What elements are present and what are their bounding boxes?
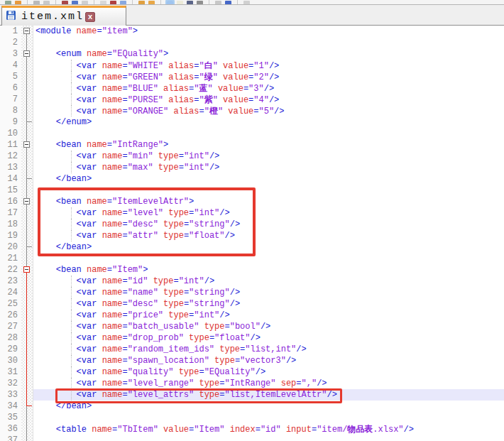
code-text[interactable] [33, 253, 504, 264]
fold-guide-line [26, 241, 27, 253]
toolbar-icon-fragment[interactable] [15, 1, 21, 4]
code-text[interactable]: <var name="id" type="int"/> [33, 276, 504, 287]
tab-close-button[interactable]: x [85, 12, 95, 22]
code-line: 29 <var name="random_item_ids" type="lis… [0, 344, 504, 355]
line-number: 10 [0, 128, 21, 139]
toolbar-icon-fragment[interactable] [72, 1, 78, 4]
line-number: 15 [0, 185, 21, 196]
code-text[interactable]: <var name="WHITE" alias="白" value="1"/> [33, 60, 504, 71]
code-text[interactable]: <bean name="Item"> [33, 264, 504, 276]
code-text[interactable]: </bean> [33, 173, 504, 185]
fold-collapse-icon[interactable] [23, 141, 30, 148]
code-text[interactable]: <var name="drop_prob" type="float"/> [33, 332, 504, 344]
code-text[interactable] [33, 412, 504, 423]
fold-guide-line-active [26, 378, 27, 389]
line-number: 23 [0, 276, 21, 287]
code-text[interactable]: <bean name="ItemLevelAttr"> [33, 196, 504, 207]
toolbar-icon-fragment[interactable] [33, 1, 40, 4]
toolbar-separator [27, 0, 28, 4]
code-line: 13 <var name="max" type="int"/> [0, 162, 504, 173]
toolbar-icon-fragment[interactable] [215, 1, 221, 4]
indent-guide [71, 378, 72, 389]
code-text[interactable]: <enum name="EQuality"> [33, 48, 504, 60]
code-text[interactable]: <var name="level_range" type="IntRange" … [33, 378, 504, 389]
toolbar-icon-fragment[interactable] [243, 1, 250, 4]
fold-end-tick [27, 178, 32, 179]
code-text[interactable]: </bean> [33, 401, 504, 412]
code-text[interactable]: </enum> [33, 116, 504, 128]
toolbar-icon-fragment[interactable] [187, 1, 193, 4]
toolbar-cutoff[interactable] [0, 0, 504, 5]
toolbar-icon-fragment[interactable] [148, 1, 155, 4]
toolbar-icon-fragment[interactable] [120, 1, 126, 4]
fold-margin [21, 26, 33, 37]
code-text[interactable]: <var name="GREEN" alias="绿" value="2"/> [33, 71, 504, 82]
code-line: 7 <var name="PURSE" alias="紫" value="4"/… [0, 94, 504, 105]
fold-guide-line-active [26, 389, 27, 401]
code-text[interactable]: <bean name="IntRange"> [33, 139, 504, 151]
fold-margin [21, 389, 33, 401]
fold-margin [21, 355, 33, 366]
toolbar-icon-fragment[interactable] [177, 1, 183, 4]
fold-collapse-icon[interactable] [23, 198, 30, 205]
code-text[interactable]: <var name="price" type="int"/> [33, 310, 504, 321]
fold-margin [21, 264, 33, 276]
toolbar-icon-fragment[interactable] [197, 1, 203, 4]
code-line: 3 <enum name="EQuality"> [0, 48, 504, 60]
fold-collapse-icon[interactable] [23, 50, 30, 57]
code-line: 25 <var name="desc" type="string"/> [0, 298, 504, 310]
code-text[interactable] [33, 185, 504, 196]
toolbar-icon-fragment[interactable] [43, 1, 50, 4]
fold-collapse-icon[interactable] [23, 266, 30, 273]
line-number: 11 [0, 139, 21, 151]
code-line: 8 <var name="ORANGE" alias="橙" value="5"… [0, 105, 504, 116]
code-text[interactable]: <var name="spawn_location" type="vector3… [33, 355, 504, 366]
line-number: 28 [0, 332, 21, 344]
line-number: 34 [0, 401, 21, 412]
toolbar-icon-fragment[interactable] [62, 1, 68, 4]
code-text[interactable] [33, 128, 504, 139]
fold-margin [21, 128, 33, 139]
toolbar-icon-fragment[interactable] [5, 1, 11, 4]
code-text[interactable]: <var name="min" type="int"/> [33, 151, 504, 162]
toolbar-icon-fragment[interactable] [167, 1, 173, 4]
code-text[interactable] [33, 37, 504, 48]
code-text[interactable]: <var name="level_attrs" type="list,ItemL… [33, 389, 504, 401]
code-text[interactable]: <var name="ORANGE" alias="橙" value="5"/> [33, 105, 504, 116]
fold-collapse-icon[interactable] [23, 28, 30, 34]
toolbar-icon-fragment[interactable] [100, 1, 106, 4]
fold-margin [21, 173, 33, 185]
indent-guide [71, 332, 72, 344]
fold-guide-line-active [26, 276, 27, 287]
code-text[interactable]: <table name="TbItem" value="Item" index=… [33, 423, 504, 435]
code-text[interactable]: <var name="random_item_ids" type="list,i… [33, 344, 504, 355]
code-line: 17 <var name="level" type="int"/> [0, 207, 504, 219]
toolbar-icon-fragment[interactable] [110, 1, 116, 4]
toolbar-icon-fragment[interactable] [225, 1, 231, 4]
code-text[interactable]: <var name="attr" type="float"/> [33, 230, 504, 241]
code-text[interactable]: <module name="item"> [33, 26, 504, 37]
code-text[interactable]: <var name="batch_usable" type="bool"/> [33, 321, 504, 332]
code-line: 18 <var name="desc" type="string"/> [0, 219, 504, 230]
line-number: 24 [0, 287, 21, 298]
code-text[interactable]: <var name="level" type="int"/> [33, 207, 504, 219]
code-text[interactable]: <var name="desc" type="string"/> [33, 298, 504, 310]
code-text[interactable]: <var name="BLUE" alias="蓝" value="3"/> [33, 82, 504, 94]
code-text[interactable]: <var name="desc" type="string"/> [33, 219, 504, 230]
code-text[interactable]: <var name="PURSE" alias="紫" value="4"/> [33, 94, 504, 105]
indent-guide [71, 230, 72, 241]
code-text[interactable] [33, 435, 504, 441]
code-text[interactable]: </bean> [33, 241, 504, 253]
fold-margin [21, 401, 33, 412]
toolbar-icon-fragment[interactable] [82, 1, 88, 4]
line-number: 26 [0, 310, 21, 321]
code-text[interactable]: <var name="name" type="string"/> [33, 287, 504, 298]
fold-guide-line [26, 219, 27, 230]
code-text[interactable]: <var name="max" type="int"/> [33, 162, 504, 173]
code-text[interactable]: <var name="quality" type="EQuality"/> [33, 366, 504, 378]
toolbar-icon-fragment[interactable] [138, 1, 145, 4]
tab-item-xml[interactable]: item.xml x [1, 6, 126, 26]
fold-guide-line [26, 71, 27, 82]
tab-title: item.xml [21, 11, 84, 23]
fold-guide-line-active [26, 344, 27, 355]
